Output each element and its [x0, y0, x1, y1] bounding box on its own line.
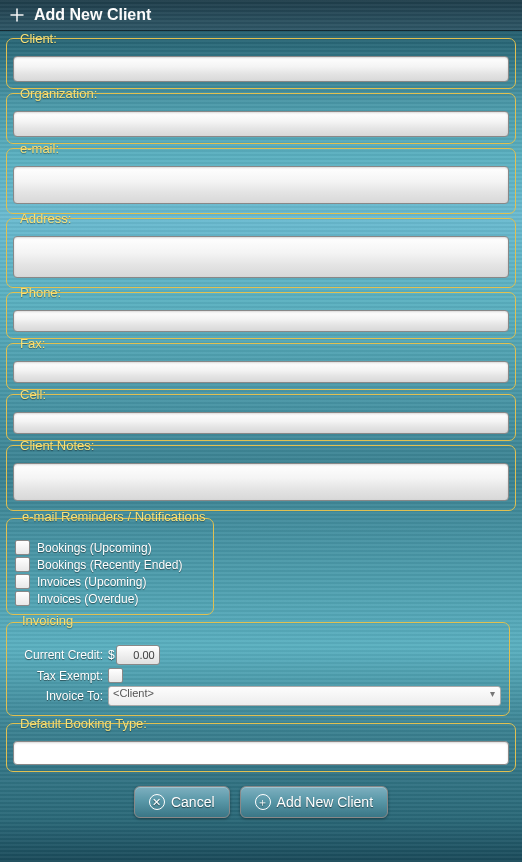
label-bookings-ended: Bookings (Recently Ended)	[37, 558, 182, 572]
legend-notifications: e-mail Reminders / Notifications	[19, 510, 209, 523]
field-address: Address:	[6, 218, 516, 288]
checkbox-invoices-overdue[interactable]	[15, 591, 30, 606]
label-default-booking-type: Default Booking Type:	[17, 717, 150, 730]
dialog-header: Add New Client	[0, 0, 522, 31]
select-invoice-to[interactable]: <Client>	[108, 686, 501, 706]
checkbox-bookings-upcoming[interactable]	[15, 540, 30, 555]
input-client[interactable]	[13, 56, 509, 82]
plus-circle-icon: ＋	[255, 794, 271, 810]
field-client-notes: Client Notes:	[6, 445, 516, 511]
label-tax-exempt: Tax Exempt:	[15, 669, 103, 683]
checkbox-bookings-ended[interactable]	[15, 557, 30, 572]
field-default-booking-type: Default Booking Type:	[6, 723, 516, 772]
fieldset-notifications: e-mail Reminders / Notifications Booking…	[6, 518, 214, 615]
input-client-notes[interactable]	[13, 463, 509, 501]
label-invoice-to: Invoice To:	[15, 689, 103, 703]
checkbox-invoices-upcoming[interactable]	[15, 574, 30, 589]
field-email: e-mail:	[6, 148, 516, 214]
plus-icon	[8, 6, 26, 24]
input-phone[interactable]	[13, 310, 509, 332]
label-invoices-overdue: Invoices (Overdue)	[37, 592, 138, 606]
legend-invoicing: Invoicing	[19, 614, 76, 627]
input-current-credit[interactable]	[116, 645, 160, 665]
label-invoices-upcoming: Invoices (Upcoming)	[37, 575, 146, 589]
label-phone: Phone:	[17, 286, 64, 299]
label-address: Address:	[17, 212, 74, 225]
field-client: Client:	[6, 38, 516, 89]
label-fax: Fax:	[17, 337, 48, 350]
input-organization[interactable]	[13, 111, 509, 137]
input-cell[interactable]	[13, 412, 509, 434]
label-bookings-upcoming: Bookings (Upcoming)	[37, 541, 152, 555]
checkbox-tax-exempt[interactable]	[108, 668, 123, 683]
label-current-credit: Current Credit:	[15, 648, 103, 662]
currency-symbol: $	[108, 648, 115, 662]
input-fax[interactable]	[13, 361, 509, 383]
label-email: e-mail:	[17, 142, 62, 155]
label-organization: Organization:	[17, 87, 100, 100]
add-button-label: Add New Client	[277, 794, 374, 810]
label-client-notes: Client Notes:	[17, 439, 97, 452]
label-cell: Cell:	[17, 388, 49, 401]
field-organization: Organization:	[6, 93, 516, 144]
cancel-button[interactable]: ✕ Cancel	[134, 786, 230, 818]
field-phone: Phone:	[6, 292, 516, 339]
label-client: Client:	[17, 32, 60, 45]
field-cell: Cell:	[6, 394, 516, 441]
input-email[interactable]	[13, 166, 509, 204]
cancel-button-label: Cancel	[171, 794, 215, 810]
input-address[interactable]	[13, 236, 509, 278]
dialog-title: Add New Client	[34, 6, 151, 24]
field-fax: Fax:	[6, 343, 516, 390]
button-row: ✕ Cancel ＋ Add New Client	[6, 786, 516, 818]
add-new-client-button[interactable]: ＋ Add New Client	[240, 786, 389, 818]
cancel-icon: ✕	[149, 794, 165, 810]
fieldset-invoicing: Invoicing Current Credit: $ Tax Exempt: …	[6, 622, 510, 716]
input-default-booking-type[interactable]	[13, 741, 509, 765]
